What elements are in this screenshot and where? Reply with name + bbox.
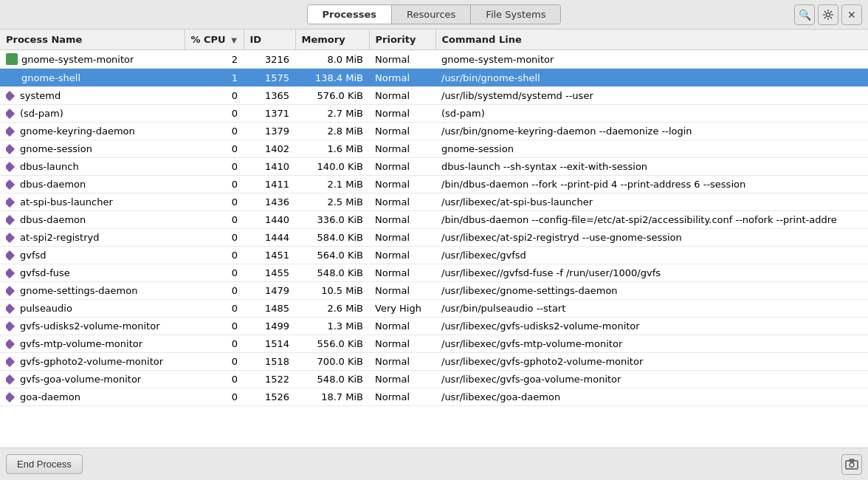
process-cpu-cell: 0 <box>185 87 244 105</box>
table-row[interactable]: gnome-system-monitor232168.0 MiBNormalgn… <box>0 50 868 69</box>
settings-button[interactable] <box>818 4 838 25</box>
process-id-cell: 1379 <box>244 123 295 140</box>
table-row[interactable]: dbus-launch01410140.0 KiBNormaldbus-laun… <box>0 158 868 176</box>
process-id-cell: 1410 <box>244 158 295 176</box>
process-name-text: gvfsd-fuse <box>20 267 70 278</box>
process-command-cell: /bin/dbus-daemon --fork --print-pid 4 --… <box>435 176 868 193</box>
process-memory-cell: 2.1 MiB <box>295 176 369 193</box>
tab-processes[interactable]: Processes <box>308 5 392 24</box>
table-header-row: Process Name % CPU ▼ ID Memory Priority … <box>0 30 868 50</box>
sort-indicator: ▼ <box>231 36 237 44</box>
screenshot-button[interactable] <box>841 454 862 475</box>
process-priority-cell: Normal <box>369 50 435 69</box>
process-memory-cell: 556.0 KiB <box>295 335 369 353</box>
col-header-id[interactable]: ID <box>244 30 295 50</box>
table-row[interactable]: gvfs-udisks2-volume-monitor014991.3 MiBN… <box>0 318 868 335</box>
process-priority-cell: Normal <box>369 211 435 229</box>
table-row[interactable]: gnome-keyring-daemon013792.8 MiBNormal/u… <box>0 123 868 140</box>
process-name-cell: gvfs-udisks2-volume-monitor <box>0 318 185 335</box>
process-command-cell: dbus-launch --sh-syntax --exit-with-sess… <box>435 158 868 176</box>
process-name-cell: gvfsd-fuse <box>0 264 185 282</box>
tab-resources[interactable]: Resources <box>392 5 471 24</box>
process-name-text: gnome-system-monitor <box>21 54 134 65</box>
process-icon-purple <box>6 234 18 241</box>
process-command-cell: /usr/bin/gnome-keyring-daemon --daemoniz… <box>435 123 868 140</box>
table-row[interactable]: gvfs-mtp-volume-monitor01514556.0 KiBNor… <box>0 335 868 353</box>
process-cpu-cell: 0 <box>185 123 244 140</box>
process-id-cell: 1485 <box>244 300 295 318</box>
process-icon-purple <box>6 270 18 277</box>
process-id-cell: 1522 <box>244 371 295 388</box>
process-memory-cell: 138.4 MiB <box>295 69 369 87</box>
close-button[interactable]: ✕ <box>841 4 862 25</box>
process-name-cell: gnome-session <box>0 140 185 158</box>
col-header-memory[interactable]: Memory <box>295 30 369 50</box>
table-row[interactable]: pulseaudio014852.6 MiBVery High/usr/bin/… <box>0 300 868 318</box>
tab-filesystems[interactable]: File Systems <box>471 5 560 24</box>
process-memory-cell: 336.0 KiB <box>295 211 369 229</box>
table-row[interactable]: systemd01365576.0 KiBNormal/usr/lib/syst… <box>0 87 868 105</box>
process-icon-purple <box>6 199 18 206</box>
process-icon-purple <box>6 216 18 224</box>
process-command-cell: /usr/libexec//gvfsd-fuse -f /run/user/10… <box>435 264 868 282</box>
process-command-cell: /usr/libexec/at-spi2-registryd --use-gno… <box>435 229 868 247</box>
process-name-cell: gnome-settings-daemon <box>0 282 185 300</box>
process-cpu-cell: 0 <box>185 105 244 123</box>
svg-point-2 <box>850 462 854 467</box>
process-icon-purple <box>6 145 18 153</box>
process-command-cell: /usr/libexec/goa-daemon <box>435 388 868 406</box>
process-name-cell: dbus-daemon <box>0 176 185 193</box>
col-header-command[interactable]: Command Line <box>435 30 868 50</box>
process-cpu-cell: 1 <box>185 69 244 87</box>
table-row[interactable]: gvfs-goa-volume-monitor01522548.0 KiBNor… <box>0 371 868 388</box>
end-process-button[interactable]: End Process <box>6 454 83 474</box>
col-header-priority[interactable]: Priority <box>369 30 435 50</box>
table-row[interactable]: dbus-daemon014112.1 MiBNormal/bin/dbus-d… <box>0 176 868 193</box>
toolbar-actions: 🔍 ✕ <box>794 4 862 25</box>
process-memory-cell: 584.0 KiB <box>295 229 369 247</box>
process-icon-purple <box>6 340 18 348</box>
process-id-cell: 1411 <box>244 176 295 193</box>
process-memory-cell: 700.0 KiB <box>295 353 369 371</box>
col-header-process[interactable]: Process Name <box>0 30 185 50</box>
table-row[interactable]: gnome-settings-daemon0147910.5 MiBNormal… <box>0 282 868 300</box>
process-icon-purple <box>6 181 18 188</box>
process-command-cell: /usr/libexec/gvfsd <box>435 247 868 264</box>
svg-rect-1 <box>846 461 858 469</box>
process-priority-cell: Normal <box>369 282 435 300</box>
table-row[interactable]: gnome-session014021.6 MiBNormalgnome-ses… <box>0 140 868 158</box>
process-name-text: pulseaudio <box>20 303 72 314</box>
process-memory-cell: 18.7 MiB <box>295 388 369 406</box>
table-row[interactable]: gvfsd-fuse01455548.0 KiBNormal/usr/libex… <box>0 264 868 282</box>
process-name-text: dbus-daemon <box>20 214 86 225</box>
table-row[interactable]: dbus-daemon01440336.0 KiBNormal/bin/dbus… <box>0 211 868 229</box>
process-cpu-cell: 0 <box>185 335 244 353</box>
process-table-container: Process Name % CPU ▼ ID Memory Priority … <box>0 30 868 448</box>
svg-point-0 <box>827 13 830 16</box>
process-command-cell: /usr/libexec/at-spi-bus-launcher <box>435 193 868 211</box>
process-memory-cell: 2.6 MiB <box>295 300 369 318</box>
process-cpu-cell: 0 <box>185 264 244 282</box>
process-id-cell: 1526 <box>244 388 295 406</box>
process-command-cell: /usr/libexec/gnome-settings-daemon <box>435 282 868 300</box>
table-row[interactable]: at-spi2-registryd01444584.0 KiBNormal/us… <box>0 229 868 247</box>
search-button[interactable]: 🔍 <box>794 4 815 25</box>
process-id-cell: 1518 <box>244 353 295 371</box>
table-row[interactable]: gvfs-gphoto2-volume-monitor01518700.0 Ki… <box>0 353 868 371</box>
process-name-cell: gvfs-goa-volume-monitor <box>0 371 185 388</box>
gear-icon <box>822 9 834 21</box>
process-name-text: gnome-settings-daemon <box>20 285 137 296</box>
table-row[interactable]: gvfsd01451564.0 KiBNormal/usr/libexec/gv… <box>0 247 868 264</box>
process-priority-cell: Normal <box>369 158 435 176</box>
table-row[interactable]: goa-daemon0152618.7 MiBNormal/usr/libexe… <box>0 388 868 406</box>
process-name-text: gnome-keyring-daemon <box>20 126 135 137</box>
process-name-text: (sd-pam) <box>20 108 63 119</box>
col-header-cpu[interactable]: % CPU ▼ <box>185 30 244 50</box>
process-cpu-cell: 0 <box>185 211 244 229</box>
process-priority-cell: Normal <box>369 335 435 353</box>
process-memory-cell: 140.0 KiB <box>295 158 369 176</box>
table-row[interactable]: at-spi-bus-launcher014362.5 MiBNormal/us… <box>0 193 868 211</box>
process-id-cell: 1444 <box>244 229 295 247</box>
table-row[interactable]: gnome-shell11575138.4 MiBNormal/usr/bin/… <box>0 69 868 87</box>
table-row[interactable]: (sd-pam)013712.7 MiBNormal(sd-pam) <box>0 105 868 123</box>
